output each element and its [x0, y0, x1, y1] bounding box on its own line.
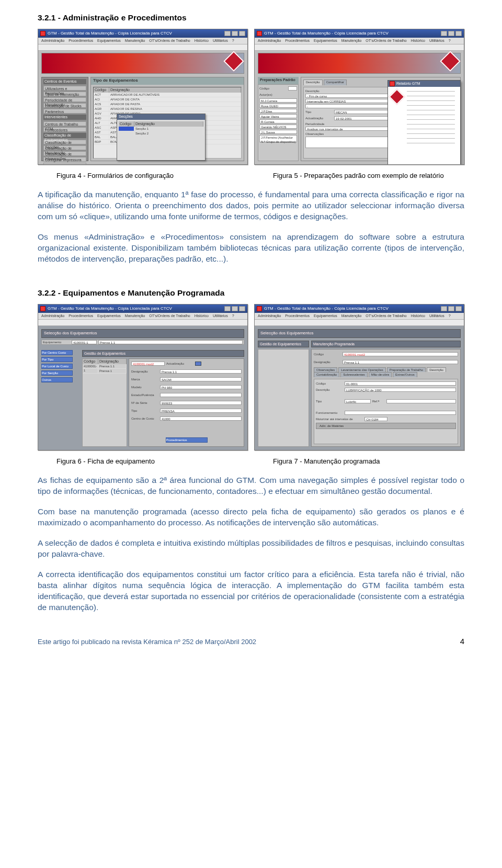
field: Geraldo NÉLVIOS [259, 125, 297, 129]
field: R.Correia [259, 119, 297, 123]
label: Tipo [131, 409, 158, 413]
sidebar-item: Parâmetros [43, 109, 86, 114]
panel-title: Tipo de Equipamentos [91, 77, 244, 85]
menu-item: Manutenção [341, 38, 362, 43]
field: Prensa 1.1 [343, 360, 458, 364]
label: Equipamento [43, 340, 70, 344]
sidebar-item: Tipos de Intervenção [43, 92, 86, 96]
body-paragraph: Os menus «Administração» e «Procedimento… [38, 232, 464, 265]
cell: AFIADOR DE PASTA [109, 102, 241, 106]
section-heading-2: 3.2.2 - Equipamentos e Manutenção Progra… [38, 288, 464, 299]
window-titlebar: GTM - Gestão Total da Manutenção - Cópia… [38, 29, 247, 38]
tab: Descrição [427, 367, 446, 372]
action-button: Adic. de Matérias [316, 423, 456, 429]
col-header: Código [119, 121, 134, 127]
close-icon [455, 31, 462, 36]
cell: ALT [94, 121, 109, 125]
window-titlebar: GTM - Gestão Total da Manutenção - Cópia… [255, 29, 464, 38]
cell: ARRANCADOR DE AUTOMÓVEIS [109, 93, 241, 97]
label: Actualização [305, 116, 333, 120]
report-popup: Relatório GTM [387, 80, 461, 164]
menu-item: ? [232, 38, 234, 43]
menu-item: Histórico [195, 313, 209, 318]
sidebar-group: Centros de Eventos [43, 79, 86, 84]
screenshot-fig4: GTM - Gestão Total da Manutenção - Cópia… [38, 29, 248, 165]
menu-item: Utilitários [429, 38, 444, 43]
sidebar-item: Periodicidade de Manutenção [43, 97, 86, 102]
panel-title: Preparações Padrão [258, 77, 299, 84]
menu-item: ? [449, 313, 451, 318]
app-icon [257, 306, 262, 311]
window-title: GTM - Gestão Total da Manutenção - Cópia… [264, 306, 389, 312]
page-number: 4 [460, 636, 464, 647]
menu-item: Procedimentos [285, 313, 310, 318]
close-icon [239, 306, 245, 311]
footer-text: Este artigo foi publicado na revista Kér… [38, 637, 256, 647]
panel-title: Gestão de Equipamentos [82, 350, 244, 357]
screenshot-fig6: GTM - Gestão Total da Manutenção - Cópia… [38, 304, 248, 450]
menu-item: Manutenção [341, 313, 362, 318]
screenshot-fig5: GTM - Gestão Total da Manutenção - Cópia… [254, 29, 464, 165]
body-paragraph: A tipificação da manutenção, enquanto 1ª… [38, 189, 464, 222]
app-icon [390, 81, 395, 86]
label: Tipo [316, 399, 343, 403]
cell: ASC [94, 126, 109, 130]
sidebar-item: Utilizadores e Permissões [43, 86, 86, 91]
menu-item: Equipamentos [314, 38, 337, 43]
popup-title: Relatório GTM [388, 81, 460, 87]
menu-item: ? [232, 313, 234, 318]
col-header: Código [83, 359, 98, 364]
filter-button: Por Local de Custo [41, 364, 73, 369]
cell: Secção 1 [134, 127, 203, 131]
field [160, 393, 242, 397]
field: 4100001.mod2 [131, 362, 165, 366]
field: PH 980 [160, 385, 242, 389]
tab: Contabilização [314, 372, 339, 377]
toolbar [255, 44, 464, 51]
chevron-icon [195, 362, 201, 366]
figure-caption: Figura 5 - Preparações padrão com exempl… [254, 171, 464, 181]
field: J.P.Dias [259, 109, 297, 113]
overlay-title: Secções [117, 114, 205, 120]
field: CH 0184 [364, 417, 387, 421]
app-icon [257, 31, 262, 36]
sidebar-item: Centros de Trabalho GTM [43, 121, 86, 126]
menu-item: Equipamentos [97, 313, 121, 318]
tab: Descrição [303, 80, 323, 85]
body-paragraph: Com base na manutenção programada (acess… [38, 506, 464, 528]
field [288, 86, 297, 91]
menu-item: Histórico [411, 313, 425, 318]
cell: Secção 2 [134, 131, 203, 136]
label: Código [316, 381, 343, 386]
sidebar-item: Sair do Programa [43, 163, 86, 164]
label: Descrição [316, 388, 343, 392]
field: Lubrific [345, 399, 371, 403]
maximize-icon [232, 31, 238, 36]
label: Ref.ª [372, 399, 385, 403]
field: Prensa 1.1 [98, 340, 243, 344]
figure-caption: Figura 7 - Manutenção programada [254, 457, 464, 466]
label: Modelo [131, 385, 158, 389]
col-header: Designação [98, 359, 127, 364]
sidebar-item: Localização de Stocks [43, 103, 86, 108]
label: Actualização [166, 362, 193, 366]
minimize-icon [441, 306, 447, 311]
tab: Sobressalentes [340, 372, 367, 377]
label: Marca [131, 377, 158, 381]
field: J.F.Ferreira (Acolhedor N.º Grupo de dis… [259, 135, 297, 142]
popup-title-text: Relatório GTM [396, 81, 420, 86]
menubar: Administração Procedimentos Equipamentos… [255, 38, 464, 44]
menu-item: Utilitários [213, 313, 228, 318]
menu-item: Administração [258, 38, 281, 43]
menu-item: OT's/Ordens de Trabalho [366, 313, 406, 318]
field: M.J.Correia [259, 98, 297, 103]
label: Designação [131, 369, 158, 374]
label: Código [259, 86, 287, 91]
menu-item: Histórico [195, 38, 209, 43]
brand-logo-icon [389, 88, 405, 105]
cell: ACI [94, 97, 109, 102]
field: 41000 [160, 416, 242, 421]
panel-title: Selecção dos Equipamentos [258, 329, 461, 338]
field: Aguiar Vieira [259, 114, 297, 118]
cell: AFIADOR DE CINTA [109, 97, 241, 102]
